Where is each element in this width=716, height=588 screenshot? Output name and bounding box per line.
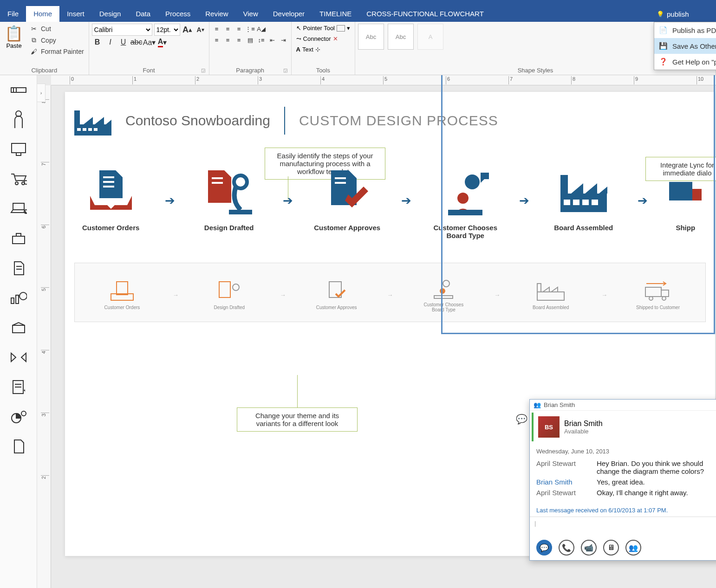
align-left[interactable]: ≡ (212, 35, 221, 45)
last-message-note: Last message received on 6/10/2013 at 1:… (530, 504, 716, 517)
svg-rect-36 (229, 210, 252, 214)
tab-view[interactable]: View (235, 6, 265, 22)
variant-preview[interactable]: Customer Orders → Design Drafted → Custo… (74, 263, 706, 322)
drawing-page[interactable]: Contoso Snowboarding CUSTOM DESIGN PROCE… (65, 92, 715, 556)
align-top-right[interactable]: ≡ (234, 24, 244, 34)
justify-button[interactable]: ▤ (246, 35, 255, 45)
align-center[interactable]: ≡ (223, 35, 233, 45)
tab-timeline[interactable]: TIMELINE (312, 6, 359, 22)
lync-call-button[interactable]: 📞 (559, 540, 574, 556)
tab-design[interactable]: Design (92, 6, 129, 22)
italic-button[interactable]: I (105, 37, 116, 48)
stencil-note-icon[interactable] (9, 378, 28, 396)
stencil-laptop-icon[interactable] (9, 200, 28, 218)
bold-button[interactable]: B (92, 37, 103, 48)
shape-style-3[interactable]: A (417, 24, 443, 50)
tab-insert[interactable]: Insert (59, 6, 92, 22)
step-customer-chooses[interactable]: Customer Chooses Board Type (430, 168, 500, 239)
cut-button[interactable]: ✂Cut (28, 24, 86, 34)
stencil-page-icon[interactable] (9, 437, 28, 456)
lync-im-button[interactable]: 💬 (536, 540, 552, 556)
tell-me-save-as-other[interactable]: 💾 Save As Other Format ▸ (654, 38, 716, 54)
change-case-button[interactable]: Aa▾ (144, 37, 155, 48)
svg-rect-16 (16, 295, 19, 304)
connector-tool-button[interactable]: ⤳Connector✕ (294, 34, 340, 43)
stencil-cart-icon[interactable] (9, 170, 28, 188)
stencil-measure-icon[interactable] (9, 81, 28, 99)
tell-me-box[interactable]: 💡 📄 Publish as PDF or XPS 💾 Save As Othe… (654, 6, 716, 22)
tell-me-get-help[interactable]: ❓ Get Help on "publish" (654, 54, 716, 70)
pdf-icon: 📄 (659, 26, 668, 34)
stencil-chart-icon[interactable] (9, 289, 28, 307)
stencil-person-icon[interactable] (9, 110, 28, 129)
dialog-launcher-icon[interactable]: ◲ (201, 68, 205, 73)
lync-action-bar: 💬 📞 📹 🖥 👥 (530, 535, 716, 560)
canvas[interactable]: 01234567891011 8765432 Contoso Snowboard… (37, 75, 716, 588)
stencil-box-icon[interactable] (9, 318, 28, 337)
step-customer-approves[interactable]: Customer Approves (312, 168, 382, 232)
font-name-select[interactable]: Calibri (92, 24, 152, 36)
tab-developer[interactable]: Developer (266, 6, 312, 22)
avatar[interactable]: BS (538, 416, 560, 438)
tell-me-input[interactable] (667, 10, 713, 18)
align-right[interactable]: ≡ (234, 35, 244, 45)
step-design-drafted[interactable]: Design Drafted (194, 168, 264, 232)
shrink-font-button[interactable]: A▾ (195, 24, 206, 35)
shape-style-1[interactable]: Abc (358, 24, 384, 50)
font-color-button[interactable]: A▾ (157, 37, 168, 48)
stencil-pie-icon[interactable] (9, 407, 28, 426)
align-top-center[interactable]: ≡ (223, 24, 233, 34)
svg-rect-26 (88, 128, 92, 131)
group-label-clipboard: Clipboard (3, 66, 86, 74)
paste-button[interactable]: 📋 Paste (3, 24, 25, 50)
align-top-left[interactable]: ≡ (212, 24, 221, 34)
tab-file[interactable]: File (0, 6, 26, 22)
message-text: Yes, great idea. (597, 478, 716, 486)
lync-participants-button[interactable]: 👥 (625, 540, 641, 556)
step-customer-orders[interactable]: Customer Orders (76, 168, 146, 232)
shape-style-2[interactable]: Abc (388, 24, 414, 50)
stencil-document-icon[interactable] (9, 259, 28, 278)
clear-format-button[interactable]: A◢ (257, 24, 266, 34)
lync-video-button[interactable]: 📹 (581, 540, 597, 556)
dialog-launcher-icon[interactable]: ◲ (283, 68, 287, 73)
stencil-swap-icon[interactable] (9, 348, 28, 367)
lync-message-input[interactable]: | (530, 517, 716, 535)
connection-point-icon[interactable]: ⊹ (315, 46, 320, 53)
stencil-monitor-icon[interactable] (9, 140, 28, 159)
step-board-assembled[interactable]: Board Assembled (549, 168, 618, 232)
grow-font-button[interactable]: A▴ (182, 24, 193, 35)
copy-button[interactable]: ⧉Copy (28, 35, 86, 45)
svg-rect-49 (117, 282, 128, 295)
tab-home[interactable]: Home (26, 6, 59, 22)
tab-review[interactable]: Review (198, 6, 235, 22)
workspace: › 01234567891011 8765432 Contoso Snowboa… (0, 75, 716, 588)
tell-me-publish-pdf[interactable]: 📄 Publish as PDF or XPS (654, 22, 716, 38)
bullets-button[interactable]: ⋮≡ (246, 24, 255, 34)
tab-cross-functional-flowchart[interactable]: CROSS-FUNCTIONAL FLOWCHART (359, 6, 491, 22)
step-shipped[interactable]: Shipp (667, 168, 704, 232)
font-size-select[interactable]: 12pt. (154, 24, 180, 36)
format-painter-button[interactable]: 🖌Format Painter (28, 46, 86, 57)
mini-step: Customer Chooses Board Type (418, 277, 469, 312)
tab-data[interactable]: Data (128, 6, 158, 22)
lync-present-button[interactable]: 🖥 (603, 540, 619, 556)
mini-step: Shipped to Customer (632, 280, 683, 310)
document-check-icon (322, 168, 373, 219)
lync-titlebar[interactable]: 👥Brian Smith (530, 400, 716, 411)
strikethrough-button[interactable]: abc (131, 37, 142, 48)
lync-chat-window[interactable]: 👥Brian Smith 💬 BS Brian Smith Available … (529, 399, 716, 561)
fill-swatch[interactable] (337, 25, 345, 32)
stencil-briefcase-icon[interactable] (9, 229, 28, 248)
text-tool-button[interactable]: AText⊹ (294, 45, 322, 54)
underline-button[interactable]: U (118, 37, 129, 48)
pointer-tool-button[interactable]: ↖Pointer Tool▾ (294, 24, 352, 32)
tab-process[interactable]: Process (158, 6, 198, 22)
dropdown-icon[interactable]: ▾ (347, 25, 350, 32)
decrease-indent[interactable]: ⇤ (268, 35, 277, 45)
connector-icon: ⤳ (296, 35, 301, 42)
delete-icon[interactable]: ✕ (333, 35, 338, 42)
increase-indent[interactable]: ⇥ (279, 35, 288, 45)
line-spacing-button[interactable]: ↕≡ (257, 35, 266, 45)
shapes-expand-handle[interactable]: › (37, 84, 46, 102)
